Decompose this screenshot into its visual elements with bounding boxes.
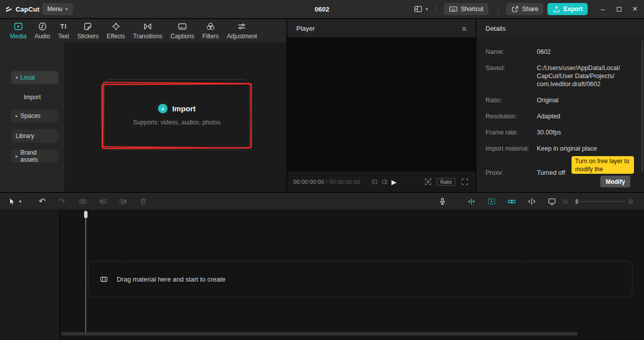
time-separator: / [324, 179, 329, 185]
field-value-line: com.lveditor.draft/0602 [537, 80, 620, 88]
project-title: 0602 [315, 0, 330, 18]
chevron-down-icon: ▾ [426, 7, 428, 12]
menu-button[interactable]: Menu ▾ [42, 3, 73, 15]
adjustment-tab-icon [237, 22, 247, 31]
export-button[interactable]: Export [547, 3, 588, 15]
field-label: Ratio: [486, 96, 502, 104]
minimize-icon: – [601, 5, 605, 13]
next-frame-icon[interactable] [381, 178, 388, 185]
tab-label: Adjustment [227, 33, 257, 40]
ratio-button[interactable]: Ratio [437, 178, 455, 185]
track-drop-zone[interactable]: Drag material here and start to create [88, 261, 632, 297]
tab-audio[interactable]: Audio [31, 19, 54, 42]
microphone-icon[interactable] [438, 197, 447, 206]
details-scrollbar[interactable] [641, 40, 643, 172]
sidebar-item-spaces[interactable]: ▸ Spaces [11, 109, 58, 122]
track-headers [0, 210, 60, 340]
sidebar-item-label: Library [16, 132, 34, 140]
field-label: Resolution: [486, 112, 517, 120]
tab-label: Stickers [77, 33, 99, 40]
timeline-render-icon[interactable] [547, 197, 556, 206]
redo-icon[interactable]: ↷ [58, 197, 65, 206]
timeline-scrollbar[interactable] [61, 332, 578, 335]
audio-tab-icon [38, 22, 47, 31]
media-tab-icon [14, 22, 23, 31]
export-label: Export [564, 6, 583, 13]
player-header: Player ≡ [287, 19, 475, 37]
details-panel: Details Name: 0602 Saved: C:/Users/user/… [476, 19, 644, 192]
modify-button[interactable]: Modify [600, 176, 630, 187]
sidebar-item-import[interactable]: Import [11, 91, 58, 104]
split-icon[interactable] [78, 197, 88, 206]
zoom-slider[interactable] [575, 201, 625, 202]
share-button[interactable]: Share [506, 3, 543, 15]
shortcut-label: Shortcut [461, 6, 484, 13]
linkage-icon[interactable] [507, 197, 516, 206]
select-tool-icon[interactable] [8, 197, 16, 206]
tab-text[interactable]: TI Text [54, 19, 73, 42]
playhead[interactable] [86, 210, 86, 332]
sidebar-item-local[interactable]: ▾ Local [11, 71, 58, 84]
divider [436, 5, 436, 13]
tab-label: Filters [202, 33, 219, 40]
details-fields: Name: 0602 Saved: C:/Users/user/AppData/… [476, 37, 644, 175]
timeline: Drag material here and start to create [0, 210, 644, 340]
close-button[interactable]: × [627, 0, 642, 18]
preview-axis-icon[interactable] [527, 197, 536, 206]
divider [498, 5, 499, 13]
chevron-down-icon: ▾ [65, 7, 68, 12]
delete-icon[interactable] [139, 197, 147, 206]
tab-label: Captions [171, 33, 194, 40]
shortcut-button[interactable]: Shortcut [444, 3, 489, 15]
import-plus-icon: + [158, 104, 168, 113]
current-time: 00:00:00:00 [293, 179, 324, 185]
tab-effects[interactable]: Effects [103, 19, 129, 42]
auto-snapping-icon[interactable] [487, 197, 496, 206]
timecode: 00:00:00:00 / 00:00:00:00 [293, 179, 360, 185]
menu-label: Menu [47, 6, 62, 13]
prev-frame-icon[interactable] [371, 178, 378, 185]
player-menu-icon[interactable]: ≡ [462, 24, 466, 33]
workspace-layout-button[interactable]: ▾ [412, 3, 430, 15]
total-duration: 00:00:00:00 [330, 179, 360, 185]
field-value: 0602 [537, 48, 551, 56]
field-value: 30.00fps [537, 128, 561, 137]
delete-left-icon[interactable] [99, 197, 108, 206]
workspace-layout-icon [414, 5, 423, 14]
zoom-out-icon[interactable]: ⊖ [562, 197, 569, 206]
import-subtitle: Supports: videos, audios, photos [133, 119, 220, 126]
import-action[interactable]: + Import [158, 104, 196, 113]
free-layer-tooltip: Turn on free layer to modify the [572, 156, 634, 174]
tab-adjustment[interactable]: Adjustment [223, 19, 261, 42]
playhead-handle[interactable] [84, 211, 88, 218]
sidebar-item-brand-assets[interactable]: ▸ Brand assets [11, 150, 58, 163]
fullscreen-icon[interactable] [461, 178, 469, 186]
import-dropzone[interactable]: + Import Supports: videos, audios, photo… [104, 79, 250, 150]
tab-label: Effects [107, 33, 125, 40]
caret-down-icon: ▾ [16, 75, 18, 80]
undo-icon[interactable]: ↶ [39, 197, 45, 206]
tab-filters[interactable]: Filters [198, 19, 223, 42]
zoom-in-icon[interactable]: ⊕ [628, 197, 634, 206]
preview-focus-icon[interactable] [424, 178, 432, 186]
tool-chevron-icon[interactable]: ▾ [19, 199, 22, 204]
maximize-button[interactable] [611, 0, 626, 18]
delete-right-icon[interactable] [119, 197, 128, 206]
tab-transitions[interactable]: Transitions [129, 19, 167, 42]
details-title: Details [486, 25, 506, 32]
tab-stickers[interactable]: Stickers [73, 19, 103, 42]
zoom-slider-thumb[interactable] [576, 199, 578, 204]
player-panel: Player ≡ 00:00:00:00 / 00:00:00:00 ▶ Rat… [287, 19, 475, 192]
main-track-magnet-icon[interactable] [467, 197, 476, 206]
sidebar-item-library[interactable]: Library [11, 129, 58, 143]
play-button[interactable]: ▶ [391, 178, 396, 185]
capcut-window: CapCut Menu ▾ 0602 ▾ Shortcut Share [0, 0, 644, 340]
tab-captions[interactable]: Captions [167, 19, 198, 42]
field-value: Adapted [537, 112, 560, 120]
text-tab-icon: TI [60, 22, 67, 31]
tab-media[interactable]: Media [6, 19, 31, 42]
minimize-button[interactable]: – [595, 0, 610, 18]
media-tabs: Media Audio TI Text Stickers Effects Tra… [0, 19, 286, 42]
tab-label: Transitions [133, 33, 163, 40]
sidebar-item-label: Spaces [21, 112, 41, 119]
